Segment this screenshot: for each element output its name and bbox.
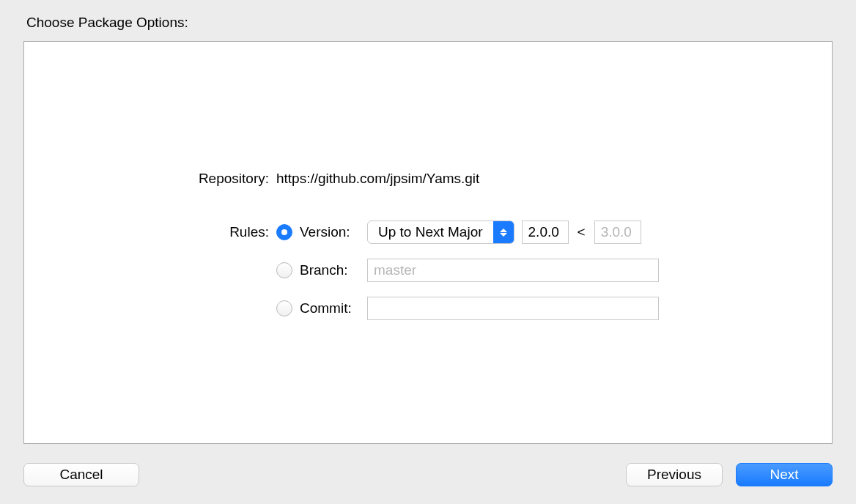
- chevron-up-down-icon: [493, 221, 514, 243]
- cancel-button[interactable]: Cancel: [23, 463, 139, 486]
- dialog-title: Choose Package Options:: [26, 15, 833, 31]
- commit-input[interactable]: [367, 297, 659, 320]
- branch-input[interactable]: [367, 259, 659, 282]
- version-rule-dropdown[interactable]: Up to Next Major: [367, 220, 514, 244]
- branch-label: Branch:: [300, 262, 360, 278]
- package-options-dialog: Choose Package Options: Repository: http…: [0, 0, 856, 504]
- main-panel: Repository: https://github.com/jpsim/Yam…: [23, 41, 833, 444]
- rules-branch-row: Branch:: [24, 259, 832, 282]
- repository-row: Repository: https://github.com/jpsim/Yam…: [24, 168, 832, 190]
- previous-button[interactable]: Previous: [626, 463, 723, 486]
- version-from-input[interactable]: [522, 220, 569, 244]
- rules-version-row: Rules: Version: Up to Next Major <: [24, 220, 832, 244]
- repository-label: Repository:: [24, 171, 276, 187]
- radio-branch[interactable]: [276, 262, 292, 278]
- button-bar: Cancel Previous Next: [23, 463, 833, 486]
- next-button[interactable]: Next: [736, 463, 833, 486]
- version-rule-dropdown-label: Up to Next Major: [368, 224, 493, 240]
- radio-commit[interactable]: [276, 300, 292, 316]
- repository-value: https://github.com/jpsim/Yams.git: [276, 171, 479, 187]
- rules-commit-row: Commit:: [24, 297, 832, 320]
- less-than-label: <: [578, 224, 586, 240]
- commit-label: Commit:: [300, 300, 360, 316]
- version-to-input: [594, 220, 641, 244]
- version-label: Version:: [300, 224, 360, 240]
- rules-label: Rules:: [24, 224, 276, 240]
- radio-version[interactable]: [276, 224, 292, 240]
